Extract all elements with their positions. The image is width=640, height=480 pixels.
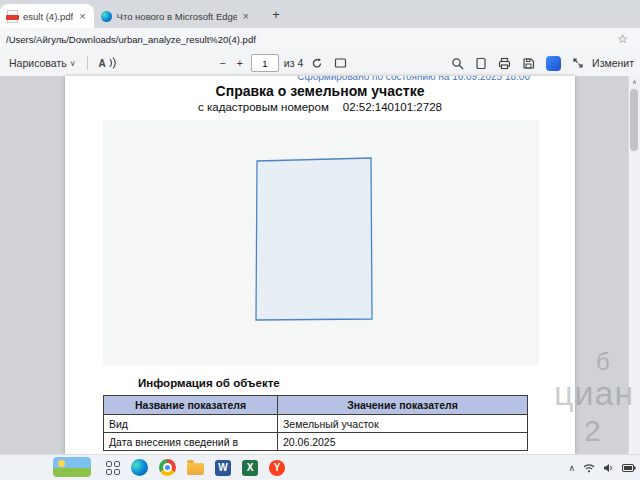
rotate-icon[interactable] bbox=[308, 55, 326, 71]
document-title: Справка о земельном участке bbox=[65, 83, 575, 99]
new-tab-button[interactable]: + bbox=[265, 3, 287, 25]
tray-chevron-up-icon[interactable]: ∧ bbox=[568, 463, 575, 473]
scroll-up-icon[interactable]: ∧ bbox=[629, 76, 640, 87]
yandex-browser-icon[interactable]: Y bbox=[269, 460, 285, 476]
edge-logo-icon bbox=[101, 11, 112, 22]
excel-icon[interactable]: X bbox=[242, 460, 258, 476]
toolbar-divider bbox=[87, 56, 88, 70]
info-section-heading: Информация об объекте bbox=[138, 377, 280, 389]
cadastral-number: 02:52:140101:2728 bbox=[343, 101, 442, 113]
parcel-polygon bbox=[103, 120, 539, 365]
edge-taskbar-icon[interactable] bbox=[131, 459, 148, 476]
file-explorer-icon[interactable] bbox=[187, 463, 204, 475]
wifi-icon[interactable] bbox=[583, 463, 595, 473]
document-subtitle: с кадастровым номером 02:52:140101:2728 bbox=[65, 101, 575, 113]
table-header-value: Значение показателя bbox=[278, 396, 528, 415]
tab-bar: esult (4).pdf × Что нового в Microsoft E… bbox=[0, 0, 640, 28]
read-aloud-button[interactable]: A bbox=[96, 55, 119, 71]
fullscreen-icon[interactable] bbox=[569, 55, 587, 71]
battery-icon[interactable] bbox=[622, 463, 636, 473]
word-icon[interactable]: W bbox=[215, 460, 231, 476]
tab-close-icon[interactable]: × bbox=[78, 10, 86, 22]
tab-close-icon[interactable]: × bbox=[242, 10, 250, 22]
table-header-name: Название показателя bbox=[104, 396, 278, 415]
vertical-scrollbar[interactable]: ∧ bbox=[628, 76, 640, 455]
draw-label: Нарисовать bbox=[9, 57, 67, 69]
chevron-down-icon: ∨ bbox=[70, 59, 76, 68]
volume-icon[interactable] bbox=[603, 463, 614, 473]
tab-edge-whats-new[interactable]: Что нового в Microsoft Edge × bbox=[94, 4, 257, 28]
task-view-icon[interactable] bbox=[106, 461, 120, 475]
table-header-row: Название показателя Значение показателя bbox=[104, 396, 528, 415]
pdf-viewer-area: Сформировано по состоянию на 16.09.2025 … bbox=[0, 76, 640, 455]
zoom-in-button[interactable]: + bbox=[234, 55, 246, 71]
cadastral-label: с кадастровым номером bbox=[198, 101, 329, 113]
row-value: 20.06.2025 bbox=[278, 433, 528, 451]
fit-to-page-icon[interactable] bbox=[331, 55, 350, 71]
address-bar: /Users/Айгуль/Downloads/urban_analyze_re… bbox=[0, 28, 640, 51]
pdf-file-icon bbox=[7, 10, 18, 23]
scrollbar-thumb[interactable] bbox=[630, 89, 638, 151]
browser-window: esult (4).pdf × Что нового в Microsoft E… bbox=[0, 0, 640, 480]
address-url[interactable]: /Users/Айгуль/Downloads/urban_analyze_re… bbox=[6, 34, 617, 45]
tab-edge-label: Что нового в Microsoft Edge bbox=[117, 11, 237, 22]
pdf-toolbar: Нарисовать ∨ A − + из 4 bbox=[0, 50, 640, 77]
edit-label[interactable]: Изменит bbox=[592, 57, 634, 69]
sound-waves-icon bbox=[109, 57, 116, 69]
print-icon[interactable] bbox=[495, 55, 514, 72]
taskbar-icons: W X Y bbox=[106, 455, 285, 480]
tab-pdf-label: esult (4).pdf bbox=[23, 11, 73, 22]
table-row: Дата внесения сведений в 20.06.2025 bbox=[104, 433, 528, 451]
search-icon[interactable] bbox=[448, 55, 467, 72]
zoom-out-button[interactable]: − bbox=[217, 55, 229, 71]
favorite-star-icon[interactable]: ☆ bbox=[617, 32, 628, 46]
row-name: Вид bbox=[104, 415, 278, 433]
row-name: Дата внесения сведений в bbox=[104, 433, 278, 451]
table-row: Вид Земельный участок bbox=[104, 415, 528, 433]
page-count-label: из 4 bbox=[284, 57, 303, 69]
weather-widget[interactable] bbox=[53, 457, 91, 477]
pdf-page: Сформировано по состоянию на 16.09.2025 … bbox=[65, 76, 575, 455]
parcel-map bbox=[103, 120, 539, 365]
page-number-input[interactable] bbox=[251, 54, 279, 72]
save-icon[interactable] bbox=[519, 55, 538, 72]
page-view-icon[interactable] bbox=[472, 55, 490, 72]
windows-taskbar: W X Y ∧ bbox=[0, 454, 640, 480]
read-aloud-icon: A bbox=[99, 58, 106, 69]
row-value: Земельный участок bbox=[278, 415, 528, 433]
generated-date-note: Сформировано по состоянию на 16.09.2025 … bbox=[297, 76, 530, 82]
draw-button[interactable]: Нарисовать ∨ bbox=[6, 55, 79, 71]
object-info-table: Название показателя Значение показателя … bbox=[103, 395, 528, 451]
system-tray: ∧ bbox=[568, 455, 636, 480]
copilot-icon[interactable] bbox=[543, 54, 564, 73]
tab-pdf[interactable]: esult (4).pdf × bbox=[0, 4, 94, 28]
chrome-icon[interactable] bbox=[159, 459, 176, 476]
